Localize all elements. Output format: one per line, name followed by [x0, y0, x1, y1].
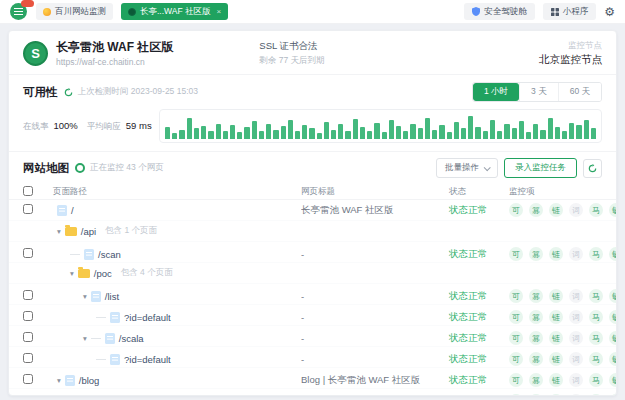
bulk-action-dropdown[interactable]: 批量操作 — [436, 158, 498, 178]
table-refresh-button[interactable] — [583, 159, 602, 178]
expand-caret-icon[interactable]: ▾ — [83, 334, 87, 343]
monitor-badge[interactable]: 篡 — [529, 203, 543, 217]
page-path-link[interactable]: /list — [105, 291, 119, 302]
monitor-badge[interactable]: 链 — [549, 373, 563, 387]
monitor-badge[interactable]: 敏 — [609, 289, 617, 303]
monitor-badge[interactable]: 词 — [569, 203, 583, 217]
expand-caret-icon[interactable]: ▾ — [70, 269, 74, 278]
row-checkbox[interactable] — [23, 204, 33, 214]
page-path-link[interactable]: ?id=default — [124, 354, 171, 365]
table-row[interactable]: ?id=default-状态正常可篡链词马敏报警 — [9, 347, 616, 368]
page-path-link[interactable]: /api — [81, 226, 96, 237]
monitor-badge[interactable]: 词 — [569, 352, 583, 366]
monitor-badge[interactable]: 可 — [509, 247, 523, 261]
monitor-badge[interactable]: 可 — [509, 331, 523, 345]
monitor-badge[interactable]: 篡 — [529, 310, 543, 324]
monitor-badge[interactable]: 马 — [589, 331, 603, 345]
expand-caret-icon[interactable]: ▾ — [57, 227, 61, 236]
monitor-badge[interactable]: 可 — [509, 289, 523, 303]
monitor-badge[interactable]: 马 — [589, 203, 603, 217]
table-row[interactable]: ▾/poc包含 4 个页面 — [9, 263, 616, 284]
range-1h[interactable]: 1 小时 — [473, 83, 519, 101]
chart-bar — [237, 132, 242, 139]
refresh-icon[interactable] — [64, 88, 73, 97]
range-3d[interactable]: 3 天 — [519, 83, 558, 101]
monitor-badge[interactable]: 敏 — [609, 352, 617, 366]
row-checkbox[interactable] — [23, 332, 33, 342]
monitor-badge[interactable]: 敏 — [609, 247, 617, 261]
monitor-badge[interactable]: 篡 — [529, 352, 543, 366]
monitor-badge[interactable]: 马 — [589, 352, 603, 366]
tab-waf-active[interactable]: 长亭...WAF 社区版 × — [121, 3, 228, 20]
monitor-badge[interactable]: 可 — [509, 203, 523, 217]
monitor-badge[interactable]: 篡 — [529, 331, 543, 345]
site-url[interactable]: https://waf-ce.chaitin.cn — [56, 57, 173, 67]
tree-connector — [96, 317, 106, 318]
table-row[interactable]: ▾/list-状态正常可篡链词马敏报警 — [9, 284, 616, 305]
monitor-badge[interactable]: 敏 — [609, 373, 617, 387]
page-path-link[interactable]: /poc — [94, 268, 112, 279]
monitor-badge[interactable]: 篡 — [529, 394, 543, 396]
page-path-link[interactable]: /scan — [98, 249, 121, 260]
row-checkbox[interactable] — [23, 395, 33, 396]
monitor-badge[interactable]: 敏 — [609, 310, 617, 324]
table-row[interactable]: ?id=default-状态正常可篡链词马敏报警 — [9, 305, 616, 326]
monitor-badge[interactable]: 链 — [549, 247, 563, 261]
table-row[interactable]: /scan-状态正常可篡链词马敏报警 — [9, 242, 616, 263]
add-monitor-task-button[interactable]: 录入监控任务 — [504, 158, 577, 178]
monitor-badge[interactable]: 马 — [589, 373, 603, 387]
range-60d[interactable]: 60 天 — [558, 83, 601, 101]
monitor-badge[interactable]: 敏 — [609, 203, 617, 217]
tab-site-monitor[interactable]: 百川网站监测 — [36, 3, 113, 20]
monitor-badge[interactable]: 篡 — [529, 373, 543, 387]
row-checkbox[interactable] — [23, 248, 33, 258]
monitor-badge[interactable]: 链 — [549, 289, 563, 303]
monitor-badge[interactable]: 链 — [549, 203, 563, 217]
monitor-badge[interactable]: 词 — [569, 331, 583, 345]
page-path-link[interactable]: /scala — [119, 333, 144, 344]
expand-caret-icon[interactable]: ▾ — [57, 376, 61, 385]
monitor-badge[interactable]: 马 — [589, 310, 603, 324]
table-row[interactable]: /Blog | 长亭雷池 WAF 社区版状态正常可篡链词马敏报警 — [9, 389, 616, 396]
monitor-badge[interactable]: 链 — [549, 352, 563, 366]
monitor-badge[interactable]: 马 — [589, 289, 603, 303]
chart-bar — [396, 126, 401, 139]
monitor-badge[interactable]: 词 — [569, 310, 583, 324]
page-path-link[interactable]: ?id=default — [124, 312, 171, 323]
gear-icon[interactable]: ⚙ — [604, 6, 615, 18]
page-path-link[interactable]: / — [98, 396, 101, 397]
security-cockpit-button[interactable]: 安全驾驶舱 — [464, 3, 535, 20]
platform-logo[interactable] — [10, 3, 28, 21]
table-row[interactable]: ▾/scala-状态正常可篡链词马敏报警 — [9, 326, 616, 347]
select-all-checkbox[interactable] — [23, 186, 33, 196]
monitor-badge[interactable]: 篡 — [529, 247, 543, 261]
row-checkbox[interactable] — [23, 311, 33, 321]
monitor-badge[interactable]: 敏 — [609, 394, 617, 396]
monitor-badge[interactable]: 链 — [549, 310, 563, 324]
page-path-link[interactable]: / — [71, 205, 74, 216]
monitor-badge[interactable]: 词 — [569, 289, 583, 303]
table-row[interactable]: ▾/api包含 1 个页面 — [9, 221, 616, 242]
row-checkbox[interactable] — [23, 374, 33, 384]
monitor-badge[interactable]: 马 — [589, 247, 603, 261]
mini-app-button[interactable]: 小程序 — [543, 3, 597, 20]
monitor-badge[interactable]: 链 — [549, 331, 563, 345]
monitor-badge[interactable]: 词 — [569, 247, 583, 261]
row-checkbox[interactable] — [23, 290, 33, 300]
monitor-badge[interactable]: 可 — [509, 373, 523, 387]
expand-caret-icon[interactable]: ▾ — [83, 292, 87, 301]
table-row[interactable]: ▾/blogBlog | 长亭雷池 WAF 社区版状态正常可篡链词马敏报警 — [9, 368, 616, 389]
monitor-badge[interactable]: 链 — [549, 394, 563, 396]
monitor-badge[interactable]: 词 — [569, 394, 583, 396]
monitor-badge[interactable]: 可 — [509, 394, 523, 396]
close-icon[interactable]: × — [217, 7, 222, 16]
monitor-badge[interactable]: 可 — [509, 310, 523, 324]
page-path-link[interactable]: /blog — [79, 375, 100, 386]
table-row[interactable]: /长亭雷池 WAF 社区版状态正常可篡链词马敏 — [9, 200, 616, 221]
monitor-badge[interactable]: 可 — [509, 352, 523, 366]
monitor-badge[interactable]: 马 — [589, 394, 603, 396]
monitor-badge[interactable]: 词 — [569, 373, 583, 387]
monitor-badge[interactable]: 敏 — [609, 331, 617, 345]
row-checkbox[interactable] — [23, 353, 33, 363]
monitor-badge[interactable]: 篡 — [529, 289, 543, 303]
